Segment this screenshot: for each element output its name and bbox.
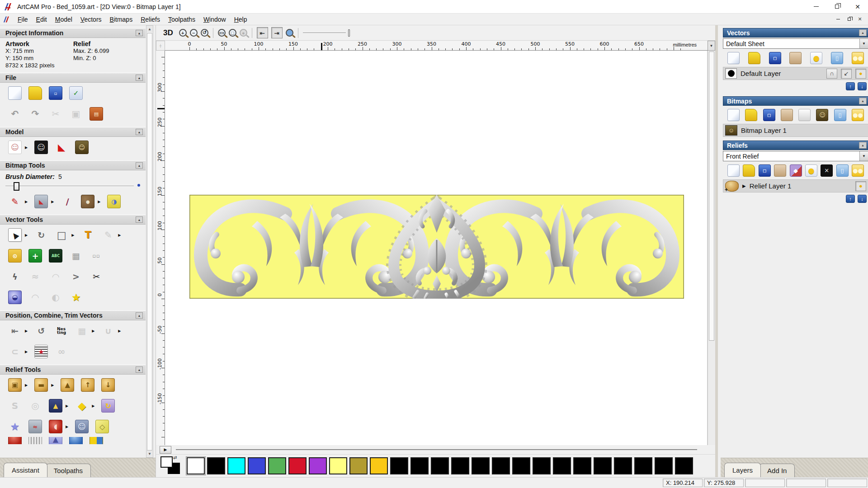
flood-fill-flyout-arrow-icon[interactable]: ▶ <box>51 200 54 204</box>
palette-swatch-17[interactable] <box>533 457 551 474</box>
palette-swatch-7[interactable] <box>329 457 347 474</box>
align-vectors-icon[interactable]: ⇤ <box>8 324 22 338</box>
weld-vectors-icon[interactable]: ∪ <box>101 324 115 338</box>
paste-relief-icon[interactable]: ↻ <box>101 399 115 413</box>
collapse-section-button[interactable]: ▲ <box>136 129 143 135</box>
colour-widget[interactable]: ⇄ <box>160 456 184 476</box>
lighting-setup-icon[interactable]: ◣ <box>55 141 68 154</box>
copy-icon[interactable]: ▣ <box>69 107 83 121</box>
menu-bitmaps[interactable]: Bitmaps <box>106 15 137 24</box>
scroll-down-button[interactable]: ▼ <box>146 450 153 457</box>
zoom-in-button[interactable]: + <box>179 29 187 37</box>
new-vector-layer-icon[interactable] <box>727 52 740 64</box>
move-layer-up-button[interactable]: ↑ <box>846 82 855 90</box>
block-text-tool-icon[interactable]: + <box>28 249 42 263</box>
transform-vectors-icon[interactable]: ↻ <box>34 228 48 242</box>
fit-vectors-to-bitmap-flyout-arrow-icon[interactable]: ▶ <box>118 233 121 237</box>
mdi-restore-button[interactable] <box>844 15 854 23</box>
save-model-icon[interactable]: ▫ <box>49 86 62 100</box>
move-layer-down-button[interactable]: ↓ <box>858 82 867 90</box>
spin-vector-tool-icon[interactable]: ◒ <box>8 291 22 304</box>
palette-swatch-6[interactable] <box>309 457 327 474</box>
menu-reliefs[interactable]: Reliefs <box>137 15 164 24</box>
scroll-thumb[interactable] <box>147 33 152 450</box>
relief-artwork[interactable] <box>189 195 684 299</box>
collapse-section-button[interactable]: ▲ <box>136 162 143 169</box>
menu-file[interactable]: File <box>14 15 32 24</box>
canvas-horizontal-scrollbar[interactable]: ▶ <box>156 445 715 454</box>
colour-picker-icon[interactable]: ∕ <box>61 195 74 208</box>
envelope-distort-icon[interactable]: ▦ <box>69 249 83 263</box>
convert-bitmap-layer-icon[interactable]: ☺ <box>816 109 828 121</box>
toggle-3d-view-button[interactable]: 3D <box>160 28 176 38</box>
redo-icon[interactable]: ↷ <box>28 107 42 121</box>
vector-layer-row[interactable]: Default Layer ∩ ↙ ● <box>723 67 868 80</box>
next-page-toggle[interactable]: ⇥ <box>271 27 283 38</box>
open-bitmap-layer-icon[interactable] <box>745 109 757 121</box>
paste-icon[interactable]: ▤ <box>90 107 103 121</box>
mdi-close-button[interactable]: ✕ <box>854 15 865 23</box>
paint-brush-flyout-arrow-icon[interactable]: ▶ <box>25 200 28 204</box>
tab-add-in[interactable]: Add In <box>759 464 795 477</box>
collapse-section-button[interactable]: ▲ <box>136 216 143 223</box>
save-vector-layer-icon[interactable]: ▫ <box>769 52 781 64</box>
weld-vectors-flyout-arrow-icon[interactable]: ▶ <box>118 329 121 333</box>
show-all-layers-icon[interactable]: ●● <box>852 52 864 64</box>
new-relief-layer-icon[interactable] <box>727 164 740 177</box>
zero-relief-icon[interactable]: ▬ <box>34 378 48 392</box>
wrap-relief-icon[interactable]: ≈ <box>28 420 42 433</box>
collapse-bitmaps-button[interactable]: ▲ <box>859 98 867 104</box>
move-relief-down-button[interactable]: ↓ <box>858 195 867 203</box>
brush-diameter-slider[interactable] <box>5 181 140 191</box>
palette-swatch-15[interactable] <box>492 457 510 474</box>
layer-colour-swatch[interactable] <box>725 68 737 79</box>
colour-palette-flyout-arrow-icon[interactable]: ▶ <box>98 200 100 204</box>
menu-vectors[interactable]: Vectors <box>76 15 106 24</box>
move-relief-up-button[interactable]: ↑ <box>846 195 855 203</box>
menu-edit[interactable]: Edit <box>32 15 51 24</box>
tab-assistant[interactable]: Assistant <box>4 463 47 477</box>
blank-bitmap-layer-icon[interactable] <box>798 109 811 121</box>
zoom-rectangle-button[interactable]: ▭ <box>218 29 226 37</box>
xray-view-icon[interactable]: ✕ <box>821 164 833 177</box>
offset-relief-icon[interactable]: ◇ <box>95 420 109 433</box>
link-colours-icon[interactable]: ⇄ <box>173 455 177 460</box>
cut-icon[interactable]: ✂ <box>49 107 62 121</box>
vertical-scroll-thumb[interactable] <box>709 52 714 341</box>
create-arc-icon[interactable]: ◠ <box>49 270 62 283</box>
paint-brush-icon[interactable]: ✎ <box>8 195 22 208</box>
zoom-previous-button[interactable]: ↺ <box>201 29 208 37</box>
layer-visibility-bulb-button[interactable]: ● <box>855 69 866 79</box>
scroll-up-button[interactable]: ▲ <box>146 26 153 33</box>
text-on-curve-icon[interactable]: ↺ <box>34 324 48 338</box>
pyramid-relief-icon[interactable]: ▲ <box>49 437 62 444</box>
snap-layer-button[interactable]: ↙ <box>841 69 852 79</box>
join-vectors-icon[interactable]: ⊂ <box>8 345 22 358</box>
subtract-relief-icon[interactable]: ↓ <box>101 378 115 392</box>
palette-swatch-5[interactable] <box>288 457 307 474</box>
select-vectors-flyout-arrow-icon[interactable]: ▶ <box>25 233 28 237</box>
horizontal-scroll-track[interactable] <box>176 449 697 450</box>
bitmap-fade-slider-handle[interactable] <box>348 29 350 37</box>
palette-swatch-14[interactable] <box>472 457 490 474</box>
delete-vector-layer-icon[interactable]: ▯ <box>831 52 843 64</box>
relief-from-bitmap-flyout-arrow-icon[interactable]: ▶ <box>66 404 68 408</box>
merge-relief-layers-icon[interactable] <box>774 164 786 177</box>
texture-from-image-icon[interactable]: ☺ <box>75 141 89 154</box>
palette-swatch-4[interactable] <box>268 457 286 474</box>
dynamic-relief-flyout-arrow-icon[interactable]: ▶ <box>92 404 94 408</box>
collapse-vectors-button[interactable]: ▲ <box>859 29 867 36</box>
palette-swatch-8[interactable] <box>349 457 368 474</box>
toggle-relief-visibility-icon[interactable]: ● <box>805 164 817 177</box>
vector-texture-icon[interactable]: ★ <box>34 345 48 358</box>
new-model-icon[interactable] <box>8 86 22 100</box>
palette-swatch-10[interactable] <box>390 457 408 474</box>
select-vectors-icon[interactable]: ▲ <box>8 228 22 242</box>
slider-track[interactable] <box>5 186 134 187</box>
create-rectangle-flyout-arrow-icon[interactable]: ▶ <box>71 233 74 237</box>
model-properties-icon[interactable]: ✓ <box>69 86 83 100</box>
palette-swatch-23[interactable] <box>655 457 673 474</box>
dynamic-relief-icon[interactable]: ◆ <box>75 399 89 413</box>
create-rectangle-icon[interactable]: □ <box>55 228 68 242</box>
palette-swatch-24[interactable] <box>675 457 693 474</box>
